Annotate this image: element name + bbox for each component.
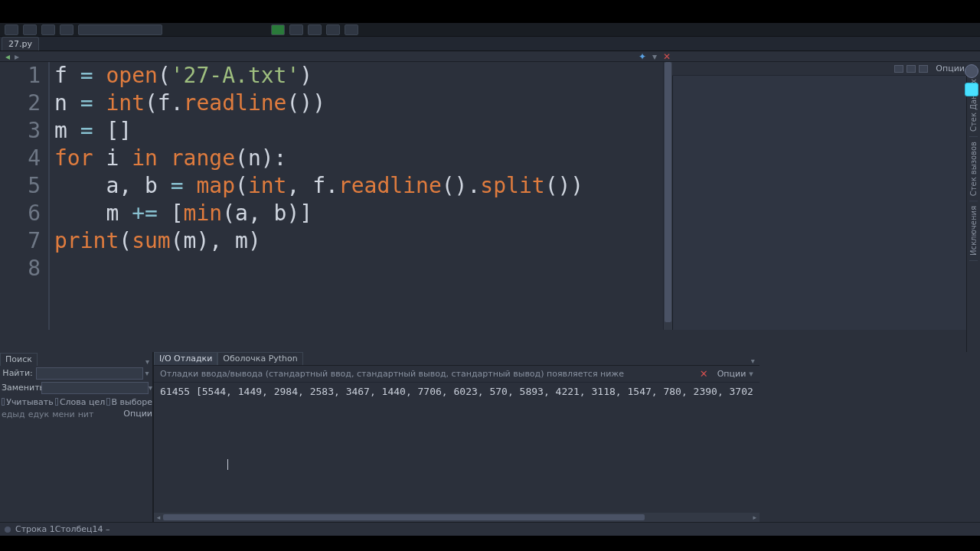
- run-button[interactable]: [271, 24, 285, 35]
- toolbar-button[interactable]: [23, 24, 37, 35]
- debug-panel: I/O Отладки Оболочка Python ▾ Отладки вв…: [153, 352, 760, 522]
- line-number-gutter: 1 2 3 4 5 6 7 8: [0, 62, 50, 330]
- replace-button[interactable]: мени: [51, 409, 76, 422]
- checkbox-word[interactable]: [55, 398, 58, 406]
- debug-h-scrollbar[interactable]: ◂ ▸: [154, 513, 760, 522]
- layout-button[interactable]: [906, 65, 916, 73]
- editor-scrollbar[interactable]: [663, 62, 672, 330]
- replace-label: Заменить:: [2, 383, 41, 393]
- side-tab-call-stack[interactable]: Стек вызовов: [969, 137, 978, 201]
- chevron-down-icon[interactable]: ▾: [145, 357, 152, 366]
- toolbar-button[interactable]: [41, 24, 55, 35]
- close-icon[interactable]: ✕: [700, 368, 708, 380]
- nav-back-icon[interactable]: ◂: [3, 52, 12, 61]
- toolbar-button[interactable]: [5, 24, 18, 35]
- checkbox-case[interactable]: [2, 398, 5, 406]
- checkbox-selection[interactable]: [106, 398, 109, 406]
- bottom-panels: Поиск ▾ Найти: ▾ Заменить: ▾ Учитывать С…: [0, 352, 672, 522]
- tab-debug-io[interactable]: I/O Отладки: [154, 352, 217, 365]
- check-case-label: Учитывать: [6, 397, 54, 407]
- file-tab[interactable]: 27.py: [2, 37, 39, 51]
- find-prev-button[interactable]: едыд: [0, 409, 27, 422]
- tab-python-shell[interactable]: Оболочка Python: [217, 352, 302, 365]
- nav-forward-icon[interactable]: ▸: [12, 52, 21, 61]
- tab-search[interactable]: Поиск: [0, 353, 38, 366]
- find-input[interactable]: [36, 367, 143, 380]
- chevron-down-icon[interactable]: ▾: [751, 357, 760, 365]
- chevron-down-icon[interactable]: ▾: [149, 383, 152, 392]
- find-next-button[interactable]: едук: [27, 409, 51, 422]
- code-content[interactable]: f = open('27-A.txt')n = int(f.readline()…: [50, 62, 663, 330]
- side-tab-strip: Стек Данных Стек вызовов Исключения: [966, 74, 980, 352]
- close-icon[interactable]: ✕: [662, 52, 672, 61]
- chevron-down-icon[interactable]: ▾: [649, 52, 660, 61]
- toolbar-button[interactable]: [60, 24, 74, 35]
- toolbar-dropdown[interactable]: [78, 24, 162, 35]
- status-bar: Строка 1Столбец14 –: [0, 522, 980, 536]
- line-number: 3: [0, 117, 41, 145]
- status-indicator-icon: [5, 527, 11, 533]
- scrollbar-thumb[interactable]: [665, 62, 671, 322]
- scroll-right-icon[interactable]: ▸: [750, 514, 760, 521]
- debug-options-button[interactable]: Опции: [717, 369, 746, 379]
- scroll-left-icon[interactable]: ◂: [154, 514, 163, 521]
- code-editor[interactable]: 1 2 3 4 5 6 7 8 f = open('27-A.txt')n = …: [0, 62, 672, 330]
- python-icon[interactable]: [965, 64, 978, 78]
- layout-button[interactable]: [894, 65, 903, 73]
- debug-data-panel: [672, 76, 980, 330]
- debug-output[interactable]: 61455 [5544, 1449, 2984, 2583, 3467, 144…: [154, 383, 760, 513]
- bottom-border: [0, 536, 980, 551]
- editor-area: 1 2 3 4 5 6 7 8 f = open('27-A.txt')n = …: [0, 62, 980, 330]
- toolbar-button[interactable]: [289, 24, 303, 35]
- replace-input[interactable]: [41, 382, 149, 394]
- debug-io-description: Отладки ввода/вывода (стандартный ввод, …: [160, 369, 624, 379]
- right-panel: Опции ▾: [672, 62, 980, 330]
- line-number: 7: [0, 227, 41, 255]
- line-number: 4: [0, 145, 41, 172]
- editor-nav-row: ◂ ▸ ✦ ▾ ✕: [0, 51, 980, 62]
- ide-window: 27.py ◂ ▸ ✦ ▾ ✕ 1 2 3 4 5 6 7 8 f = open…: [0, 23, 980, 551]
- line-number: 2: [0, 90, 41, 117]
- right-corner-icons: [965, 64, 978, 96]
- cursor-position: Строка 1Столбец14 –: [15, 524, 110, 534]
- line-number: 6: [0, 200, 41, 227]
- layout-button[interactable]: [919, 65, 928, 73]
- find-label: Найти:: [2, 368, 36, 378]
- check-word-label: Слова цел: [60, 397, 105, 407]
- toolbar-button[interactable]: [345, 24, 358, 35]
- chevron-down-icon[interactable]: ▾: [143, 369, 151, 377]
- check-sel-label: В выборе: [112, 397, 152, 407]
- text-cursor: [227, 459, 228, 470]
- chevron-down-icon[interactable]: ▾: [749, 369, 753, 379]
- pin-icon[interactable]: ✦: [637, 52, 648, 61]
- search-options-button[interactable]: Опции: [123, 409, 152, 422]
- line-number: 1: [0, 62, 41, 90]
- toolbar-button[interactable]: [326, 24, 340, 35]
- side-tab-exceptions[interactable]: Исключения: [969, 201, 978, 261]
- scrollbar-thumb[interactable]: [163, 514, 645, 520]
- replace-all-button[interactable]: нит: [77, 409, 96, 422]
- output-text: 61455 [5544, 1449, 2984, 2583, 3467, 144…: [160, 386, 753, 397]
- line-number: 5: [0, 172, 41, 200]
- file-tab-row: 27.py: [0, 37, 980, 51]
- right-panel-header: Опции ▾: [672, 62, 980, 76]
- line-number: 8: [0, 255, 41, 282]
- toolbar-button[interactable]: [308, 24, 322, 35]
- tool-icon[interactable]: [965, 83, 978, 96]
- toolbar: [0, 23, 980, 37]
- options-label[interactable]: Опции: [936, 64, 965, 73]
- search-panel: Поиск ▾ Найти: ▾ Заменить: ▾ Учитывать С…: [0, 352, 153, 522]
